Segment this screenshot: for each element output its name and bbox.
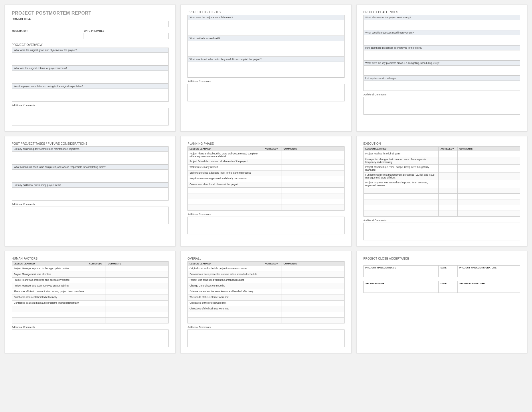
comments-cell[interactable] [458, 205, 520, 211]
comments-cell[interactable] [106, 312, 169, 318]
comments-cell[interactable] [106, 318, 169, 323]
achieved-cell[interactable] [439, 188, 458, 194]
achieved-cell[interactable] [87, 306, 106, 312]
highlights-q2-body[interactable] [187, 41, 344, 57]
comments-cell[interactable] [106, 306, 169, 312]
comments-cell[interactable] [458, 194, 520, 199]
achieved-cell[interactable] [87, 318, 106, 323]
postproject-q3-body[interactable] [12, 187, 169, 201]
achieved-cell[interactable] [263, 176, 282, 182]
pm-date-input[interactable] [439, 270, 458, 277]
highlights-comments-body[interactable] [187, 84, 344, 101]
pm-sig-input[interactable] [458, 270, 520, 277]
achieved-cell[interactable] [263, 289, 282, 295]
project-title-input[interactable] [12, 21, 169, 27]
comments-cell[interactable] [106, 272, 169, 278]
challenges-q5-body[interactable] [363, 81, 520, 91]
challenges-q3-body[interactable] [363, 50, 520, 60]
achieved-cell[interactable] [263, 306, 282, 312]
execution-comments-body[interactable] [363, 223, 520, 240]
comments-cell[interactable] [282, 266, 344, 272]
achieved-cell[interactable] [87, 295, 106, 301]
achieved-cell[interactable] [263, 283, 282, 289]
achieved-cell[interactable] [439, 180, 458, 188]
comments-cell[interactable] [458, 188, 520, 194]
achieved-cell[interactable] [87, 278, 106, 283]
pm-name-input[interactable] [363, 270, 439, 277]
comments-cell[interactable] [282, 205, 344, 211]
achieved-cell[interactable] [263, 205, 282, 211]
achieved-cell[interactable] [439, 172, 458, 180]
comments-cell[interactable] [282, 278, 344, 283]
achieved-cell[interactable] [439, 194, 458, 199]
human-comments-body[interactable] [12, 329, 169, 347]
achieved-cell[interactable] [263, 182, 282, 188]
planning-comments-body[interactable] [187, 217, 344, 234]
highlights-q3-body[interactable] [187, 62, 344, 78]
comments-cell[interactable] [282, 283, 344, 289]
comments-cell[interactable] [282, 193, 344, 199]
challenges-q1-body[interactable] [363, 20, 520, 30]
achieved-cell[interactable] [263, 199, 282, 205]
achieved-cell[interactable] [439, 211, 458, 217]
comments-cell[interactable] [458, 199, 520, 205]
achieved-cell[interactable] [439, 199, 458, 205]
achieved-cell[interactable] [263, 170, 282, 176]
overall-comments-body[interactable] [187, 329, 344, 347]
achieved-cell[interactable] [87, 289, 106, 295]
comments-cell[interactable] [282, 301, 344, 306]
comments-cell[interactable] [282, 295, 344, 301]
comments-cell[interactable] [106, 283, 169, 289]
comments-cell[interactable] [106, 295, 169, 301]
achieved-cell[interactable] [87, 301, 106, 306]
postproject-q2-body[interactable] [12, 169, 169, 183]
comments-cell[interactable] [282, 188, 344, 193]
comments-cell[interactable] [106, 301, 169, 306]
achieved-cell[interactable] [263, 266, 282, 272]
achieved-cell[interactable] [263, 188, 282, 193]
achieved-cell[interactable] [263, 278, 282, 283]
comments-cell[interactable] [106, 278, 169, 283]
achieved-cell[interactable] [263, 159, 282, 165]
overview-q2-body[interactable] [12, 70, 169, 84]
achieved-cell[interactable] [263, 272, 282, 278]
comments-cell[interactable] [282, 306, 344, 312]
achieved-cell[interactable] [263, 301, 282, 306]
achieved-cell[interactable] [87, 272, 106, 278]
comments-cell[interactable] [282, 182, 344, 188]
comments-cell[interactable] [282, 170, 344, 176]
comments-cell[interactable] [282, 159, 344, 165]
achieved-cell[interactable] [439, 205, 458, 211]
achieved-cell[interactable] [87, 266, 106, 272]
achieved-cell[interactable] [439, 157, 458, 165]
comments-cell[interactable] [282, 312, 344, 318]
postproject-comments-body[interactable] [12, 207, 169, 224]
achieved-cell[interactable] [263, 295, 282, 301]
comments-cell[interactable] [282, 318, 344, 323]
achieved-cell[interactable] [263, 193, 282, 199]
comments-cell[interactable] [458, 180, 520, 188]
comments-cell[interactable] [458, 211, 520, 217]
comments-cell[interactable] [282, 272, 344, 278]
challenges-comments-body[interactable] [363, 97, 520, 115]
achieved-cell[interactable] [263, 151, 282, 159]
comments-cell[interactable] [458, 151, 520, 157]
comments-cell[interactable] [458, 157, 520, 165]
postproject-q1-body[interactable] [12, 151, 169, 164]
comments-cell[interactable] [458, 165, 520, 172]
sponsor-date-input[interactable] [439, 286, 458, 293]
highlights-q1-body[interactable] [187, 20, 344, 36]
comments-cell[interactable] [282, 151, 344, 159]
sponsor-sig-input[interactable] [458, 286, 520, 293]
challenges-q2-body[interactable] [363, 35, 520, 45]
challenges-q4-body[interactable] [363, 65, 520, 76]
sponsor-name-input[interactable] [363, 286, 439, 293]
overview-q3-body[interactable] [12, 89, 169, 102]
comments-cell[interactable] [458, 172, 520, 180]
comments-cell[interactable] [282, 165, 344, 170]
achieved-cell[interactable] [87, 312, 106, 318]
achieved-cell[interactable] [263, 312, 282, 318]
comments-cell[interactable] [106, 266, 169, 272]
overview-comments-body[interactable] [12, 108, 169, 125]
achieved-cell[interactable] [263, 318, 282, 323]
